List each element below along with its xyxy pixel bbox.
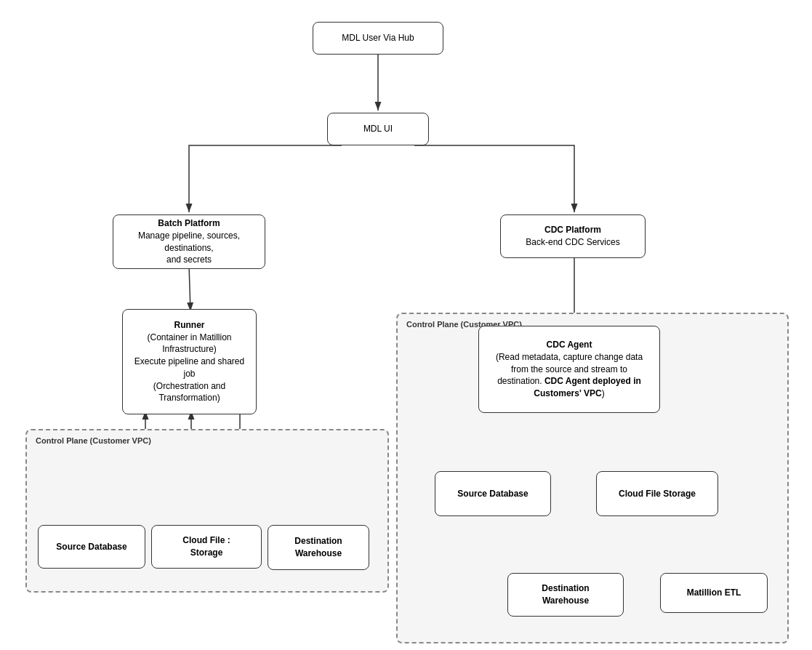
- src-db-left-box: Source Database: [38, 525, 145, 569]
- cdc-agent-label: CDC Agent (Read metadata, capture change…: [496, 339, 643, 400]
- cdc-platform-label: CDC Platform Back-end CDC Services: [526, 224, 619, 249]
- dest-wh-left-label: DestinationWarehouse: [294, 535, 342, 560]
- cloud-file-left-label: Cloud File :Storage: [182, 534, 230, 559]
- matillion-etl-label: Matillion ETL: [687, 587, 741, 599]
- mdl-user-box: MDL User Via Hub: [313, 22, 443, 55]
- runner-label: Runner (Container in MatillionInfrastruc…: [130, 319, 249, 405]
- batch-platform-box: Batch Platform Manage pipeline, sources,…: [113, 214, 265, 269]
- mdl-ui-box: MDL UI: [327, 113, 429, 145]
- dest-wh-left-box: DestinationWarehouse: [268, 525, 369, 570]
- runner-box: Runner (Container in MatillionInfrastruc…: [122, 309, 257, 414]
- batch-platform-label: Batch Platform Manage pipeline, sources,…: [121, 217, 257, 266]
- cloud-file-right-label: Cloud File Storage: [619, 488, 696, 500]
- cloud-file-right-box: Cloud File Storage: [596, 471, 718, 516]
- cloud-file-left-box: Cloud File :Storage: [151, 525, 262, 569]
- svg-marker-1: [0, 0, 6, 4]
- cdc-platform-box: CDC Platform Back-end CDC Services: [500, 214, 646, 258]
- dest-wh-right-label: DestinationWarehouse: [542, 582, 589, 607]
- mdl-user-label: MDL User Via Hub: [342, 32, 414, 44]
- svg-line-3: [189, 265, 190, 311]
- src-db-right-label: Source Database: [457, 488, 528, 500]
- diagram: Read source data Write data to staging f…: [0, 0, 812, 650]
- dest-wh-right-box: DestinationWarehouse: [507, 573, 624, 617]
- mdl-ui-label: MDL UI: [363, 123, 393, 135]
- left-vpc-label: Control Plane (Customer VPC): [36, 436, 151, 445]
- src-db-right-box: Source Database: [435, 471, 551, 516]
- src-db-left-label: Source Database: [56, 541, 126, 553]
- cdc-agent-box: CDC Agent (Read metadata, capture change…: [478, 326, 660, 413]
- svg-marker-0: [0, 0, 6, 4]
- matillion-etl-box: Matillion ETL: [660, 573, 768, 613]
